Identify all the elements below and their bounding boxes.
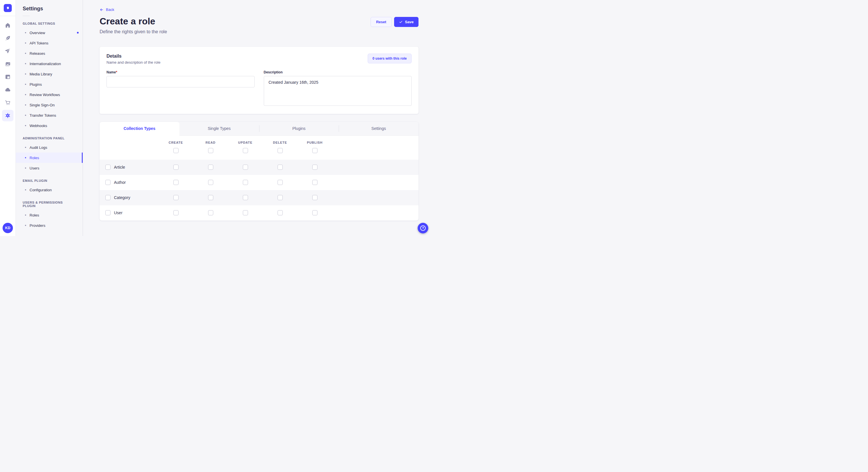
author-create-checkbox[interactable] bbox=[174, 180, 179, 185]
column-header-delete: DELETE bbox=[262, 141, 298, 144]
details-fields: Name* Description Created January 16th, … bbox=[106, 70, 412, 107]
media-library-icon[interactable] bbox=[2, 58, 13, 70]
sidebar-item-transfer-tokens[interactable]: Transfer Tokens bbox=[16, 110, 83, 121]
author-read-checkbox[interactable] bbox=[208, 180, 213, 185]
tab-settings[interactable]: Settings bbox=[339, 122, 418, 136]
strapi-logo-icon[interactable] bbox=[4, 4, 12, 12]
back-link[interactable]: Back bbox=[100, 7, 114, 12]
article-delete-checkbox[interactable] bbox=[278, 165, 283, 170]
table-row-category: Category bbox=[100, 190, 418, 205]
subnav-title: Settings bbox=[23, 6, 83, 12]
select-all-read-checkbox[interactable] bbox=[208, 148, 213, 153]
bullet-icon bbox=[25, 104, 26, 105]
main-icon-sidebar: KD bbox=[0, 0, 16, 236]
name-input[interactable] bbox=[106, 76, 255, 88]
feather-icon[interactable] bbox=[2, 32, 13, 44]
reset-button[interactable]: Reset bbox=[371, 17, 392, 27]
sidebar-item-webhooks[interactable]: Webhooks bbox=[16, 121, 83, 131]
user-avatar[interactable]: KD bbox=[3, 223, 13, 233]
bullet-icon bbox=[25, 125, 26, 126]
sidebar-item-releases[interactable]: Releases bbox=[16, 48, 83, 59]
details-subtitle: Name and description of the role bbox=[106, 60, 160, 65]
article-row-checkbox[interactable] bbox=[105, 165, 111, 170]
user-create-checkbox[interactable] bbox=[174, 210, 179, 215]
settings-subnav: Settings GLOBAL SETTINGS Overview API To… bbox=[16, 0, 83, 236]
category-delete-checkbox[interactable] bbox=[278, 195, 283, 200]
sidebar-item-configuration[interactable]: Configuration bbox=[16, 185, 83, 195]
article-publish-checkbox[interactable] bbox=[312, 165, 317, 170]
gear-icon[interactable] bbox=[2, 110, 13, 121]
category-read-checkbox[interactable] bbox=[208, 195, 213, 200]
bullet-icon bbox=[25, 84, 26, 85]
sidebar-item-api-tokens[interactable]: API Tokens bbox=[16, 38, 83, 48]
select-all-create-checkbox[interactable] bbox=[174, 148, 179, 153]
category-create-checkbox[interactable] bbox=[174, 195, 179, 200]
global-settings-list: Overview API Tokens Releases Internation… bbox=[16, 28, 83, 131]
category-row-checkbox[interactable] bbox=[105, 195, 111, 200]
tab-collection-types[interactable]: Collection Types bbox=[100, 122, 179, 136]
author-publish-checkbox[interactable] bbox=[312, 180, 317, 185]
author-delete-checkbox[interactable] bbox=[278, 180, 283, 185]
user-row-checkbox[interactable] bbox=[105, 210, 111, 215]
cart-icon[interactable] bbox=[2, 97, 13, 108]
sidebar-item-plugins[interactable]: Plugins bbox=[16, 79, 83, 90]
home-icon[interactable] bbox=[2, 20, 13, 31]
row-label: Category bbox=[114, 195, 130, 200]
sidebar-item-media-library[interactable]: Media Library bbox=[16, 69, 83, 79]
users-with-role-badge[interactable]: 0 users with this role bbox=[368, 54, 412, 63]
description-textarea[interactable]: Created January 16th, 2025 bbox=[264, 76, 412, 106]
nav-section-users-permissions-plugin: USERS & PERMISSIONS PLUGIN bbox=[23, 201, 76, 208]
bullet-icon bbox=[25, 115, 26, 116]
description-field-group: Description Created January 16th, 2025 bbox=[264, 70, 412, 107]
article-create-checkbox[interactable] bbox=[174, 165, 179, 170]
user-delete-checkbox[interactable] bbox=[278, 210, 283, 215]
bullet-icon bbox=[25, 214, 26, 216]
column-header-create: CREATE bbox=[158, 141, 193, 144]
sidebar-item-users[interactable]: Users bbox=[16, 163, 83, 173]
user-read-checkbox[interactable] bbox=[208, 210, 213, 215]
bullet-icon bbox=[25, 53, 26, 54]
category-update-checkbox[interactable] bbox=[243, 195, 248, 200]
details-card-head: Details Name and description of the role… bbox=[106, 54, 412, 65]
category-publish-checkbox[interactable] bbox=[312, 195, 317, 200]
help-button[interactable]: ? bbox=[417, 223, 428, 233]
sidebar-item-single-sign-on[interactable]: Single Sign-On bbox=[16, 100, 83, 110]
administration-panel-list: Audit Logs Roles Users bbox=[16, 142, 83, 173]
sidebar-item-roles-up[interactable]: Roles bbox=[16, 210, 83, 220]
check-icon bbox=[399, 20, 403, 24]
name-label: Name* bbox=[106, 70, 255, 74]
select-all-update-checkbox[interactable] bbox=[243, 148, 248, 153]
main-content: Back Create a role Reset Save Define the… bbox=[83, 0, 434, 236]
sidebar-item-roles-admin[interactable]: Roles bbox=[16, 153, 83, 163]
cloud-icon[interactable] bbox=[2, 84, 13, 96]
permissions-table: CREATE READ UPDATE DELETE PUBLISH bbox=[100, 136, 418, 221]
sidebar-item-providers[interactable]: Providers bbox=[16, 220, 83, 231]
author-row-checkbox[interactable] bbox=[105, 180, 111, 185]
select-all-delete-checkbox[interactable] bbox=[278, 148, 283, 153]
page-header: Create a role Reset Save bbox=[100, 16, 418, 27]
save-button[interactable]: Save bbox=[394, 17, 418, 27]
sidebar-item-audit-logs[interactable]: Audit Logs bbox=[16, 142, 83, 153]
header-actions: Reset Save bbox=[371, 17, 418, 27]
bullet-icon bbox=[25, 94, 26, 95]
required-asterisk: * bbox=[116, 70, 117, 74]
sidebar-item-overview[interactable]: Overview bbox=[16, 28, 83, 38]
user-update-checkbox[interactable] bbox=[243, 210, 248, 215]
user-publish-checkbox[interactable] bbox=[312, 210, 317, 215]
tab-plugins[interactable]: Plugins bbox=[259, 122, 339, 136]
article-read-checkbox[interactable] bbox=[208, 165, 213, 170]
article-update-checkbox[interactable] bbox=[243, 165, 248, 170]
name-field-group: Name* bbox=[106, 70, 255, 107]
tab-single-types[interactable]: Single Types bbox=[179, 122, 259, 136]
sidebar-item-internationalization[interactable]: Internationalization bbox=[16, 59, 83, 69]
app-root: KD Settings GLOBAL SETTINGS Overview API… bbox=[0, 0, 434, 236]
column-header-read: READ bbox=[193, 141, 228, 144]
author-update-checkbox[interactable] bbox=[243, 180, 248, 185]
paper-plane-icon[interactable] bbox=[2, 45, 13, 57]
sidebar-item-review-workflows[interactable]: Review Workflows bbox=[16, 90, 83, 100]
details-title: Details bbox=[106, 54, 160, 59]
row-label: Author bbox=[114, 180, 126, 185]
select-all-publish-checkbox[interactable] bbox=[312, 148, 317, 153]
layout-icon[interactable] bbox=[2, 71, 13, 82]
bullet-icon bbox=[25, 189, 26, 191]
